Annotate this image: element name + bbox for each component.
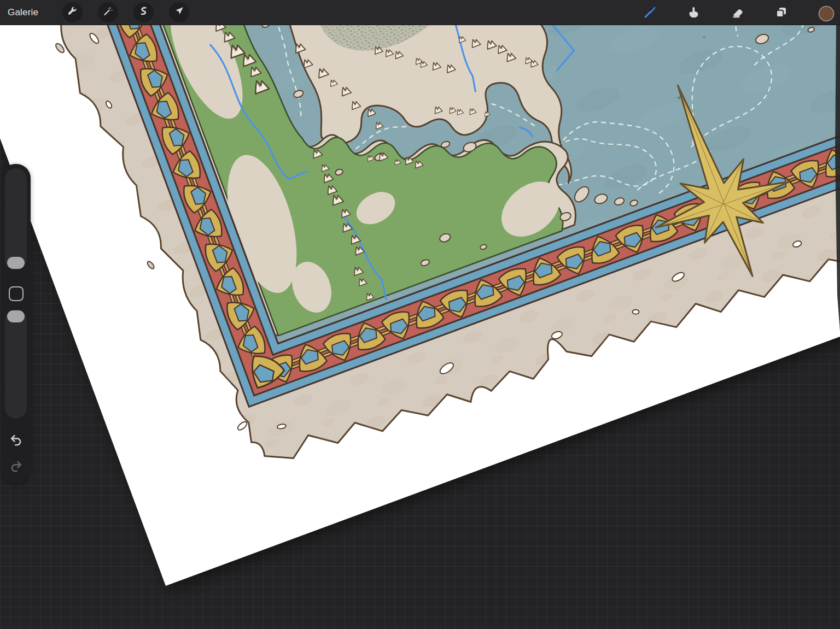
color-button[interactable]: [818, 5, 832, 20]
brush-icon: [643, 5, 657, 20]
top-toolbar: Galerie: [0, 0, 840, 25]
redo-icon: [9, 459, 24, 476]
undo-icon: [9, 433, 24, 450]
smudge-tool-button[interactable]: [686, 5, 701, 20]
magic-wand-icon: [102, 5, 114, 19]
layers-icon: [774, 5, 789, 20]
color-swatch-icon: [818, 5, 835, 22]
map-canvas[interactable]: [0, 0, 840, 629]
paint-tool-button[interactable]: [643, 5, 657, 20]
transform-arrow-icon: [173, 5, 185, 19]
erase-tool-button[interactable]: [730, 5, 745, 20]
wrench-icon: [67, 5, 78, 19]
selection-button[interactable]: [133, 2, 154, 22]
procreate-window: Galerie: [0, 0, 840, 629]
redo-button[interactable]: [5, 457, 26, 478]
brush-size-slider[interactable]: [5, 168, 27, 270]
gallery-button[interactable]: Galerie: [8, 7, 38, 18]
selection-s-icon: [138, 5, 149, 19]
modify-button[interactable]: [9, 286, 24, 301]
transform-button[interactable]: [169, 2, 189, 22]
brush-size-handle[interactable]: [7, 257, 25, 269]
eraser-icon: [730, 5, 745, 20]
brush-sidebar: [1, 164, 31, 483]
adjustments-button[interactable]: [98, 2, 118, 22]
actions-button[interactable]: [62, 2, 83, 22]
smudge-icon: [686, 5, 701, 20]
rotated-canvas-group: [0, 0, 840, 586]
layers-button[interactable]: [774, 5, 789, 20]
undo-button[interactable]: [5, 431, 26, 451]
opacity-slider[interactable]: [5, 309, 27, 419]
opacity-handle[interactable]: [7, 310, 25, 322]
